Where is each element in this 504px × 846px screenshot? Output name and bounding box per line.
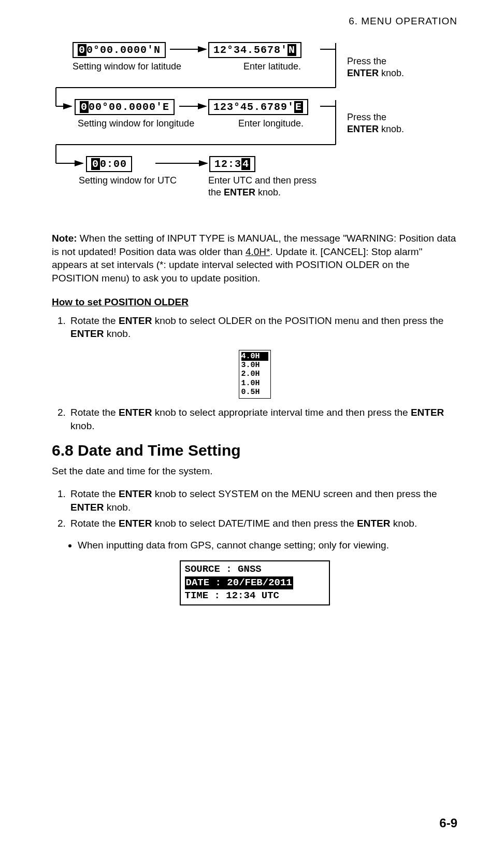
- dt-step-2: Rotate the ENTER knob to select DATE/TIM…: [68, 517, 457, 530]
- position-older-steps-2: Rotate the ENTER knob to select appropri…: [52, 406, 457, 432]
- lat-enter-caption: Enter latitude.: [243, 61, 301, 73]
- lat-setting-caption: Setting window for latitude: [73, 61, 181, 73]
- position-entry-diagram: 00°00.0000'N 12°34.5678'N Setting window…: [52, 40, 457, 211]
- date-time-display-box: SOURCE : GNSS DATE : 20/FEB/2011 TIME : …: [180, 560, 330, 605]
- lon-setting-window: 000°00.0000'E: [75, 99, 175, 115]
- older-interval-list: 4.0H 3.0H 2.0H 1.0H 0.5H: [239, 350, 271, 399]
- utc-setting-window: 00:00: [86, 156, 132, 172]
- dt-source-line: SOURCE : GNSS: [185, 563, 325, 576]
- section-6-8-heading: 6.8 Date and Time Setting: [52, 442, 457, 459]
- utc-enter-window: 12:34: [209, 156, 255, 172]
- older-step-2: Rotate the ENTER knob to select appropri…: [68, 406, 457, 432]
- lat-setting-window: 00°00.0000'N: [73, 42, 166, 58]
- chapter-header: 6. MENU OPERATION: [52, 16, 457, 27]
- utc-enter-caption: Enter UTC and then press the ENTER knob.: [208, 175, 333, 199]
- section-6-8-intro: Set the date and time for the system.: [52, 464, 457, 478]
- lat-enter-window: 12°34.5678'N: [208, 42, 301, 58]
- older-step-1: Rotate the ENTER knob to select OLDER on…: [68, 314, 457, 341]
- date-time-steps: Rotate the ENTER knob to select SYSTEM o…: [52, 487, 457, 530]
- lon-enter-caption: Enter longitude.: [238, 118, 304, 130]
- lon-enter-window: 123°45.6789'E: [208, 99, 308, 115]
- press-enter-2: Press the ENTER knob.: [347, 111, 404, 136]
- dt-date-line: DATE : 20/FEB/2011: [185, 576, 325, 590]
- dt-time-line: TIME : 12:34 UTC: [185, 589, 325, 603]
- position-older-steps: Rotate the ENTER knob to select OLDER on…: [52, 314, 457, 341]
- how-to-set-position-older-heading: How to set POSITION OLDER: [52, 297, 457, 308]
- note-paragraph: Note: When the setting of INPUT TYPE is …: [52, 232, 457, 285]
- utc-setting-caption: Setting window for UTC: [79, 175, 177, 187]
- dt-step-1: Rotate the ENTER knob to select SYSTEM o…: [68, 487, 457, 514]
- page-number: 6-9: [439, 816, 457, 830]
- lon-setting-caption: Setting window for longitude: [78, 118, 194, 130]
- date-time-note-item: When inputting data from GPS, cannot cha…: [78, 540, 457, 551]
- date-time-note: When inputting data from GPS, cannot cha…: [52, 540, 457, 551]
- press-enter-1: Press the ENTER knob.: [347, 55, 404, 80]
